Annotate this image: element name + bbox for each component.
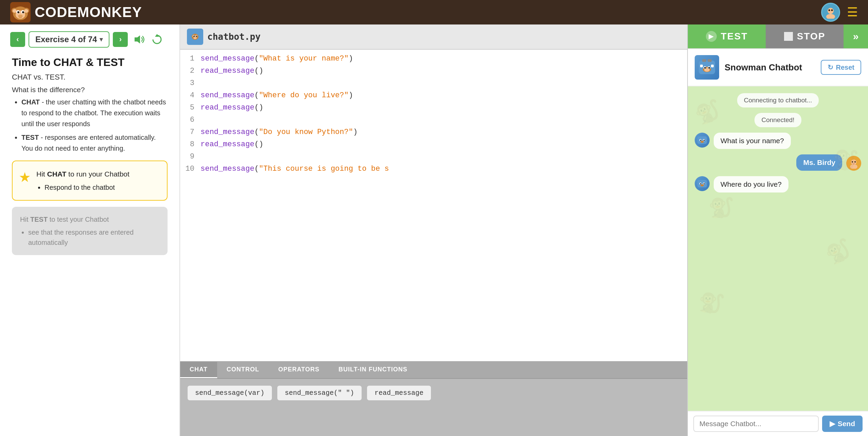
line-code-7: send_message("Do you know Python?") (201, 128, 687, 136)
svg-rect-26 (708, 59, 712, 62)
line-num-6: 6 (180, 116, 201, 124)
tab-builtin[interactable]: BUILT-IN FUNCTIONS (329, 362, 417, 378)
topbar-right: ☰ (821, 3, 858, 22)
list-item-text-1: - the user chatting with the chatbot nee… (21, 98, 166, 128)
main-layout: ‹ Exercise 4 of 74 ▾ › (0, 24, 868, 436)
instructions-list: CHAT - the user chatting with the chatbo… (12, 97, 168, 154)
reset-icon: ↻ (828, 63, 833, 71)
task-list: Respond to the chatbot (36, 182, 129, 192)
system-message-2: Connected! (754, 113, 801, 127)
fast-forward-button[interactable]: » (844, 24, 868, 48)
reset-label: Reset (836, 64, 854, 71)
tab-operators[interactable]: OPERATORS (269, 362, 329, 378)
bot-message-2-row: Where do you live? (695, 176, 861, 192)
send-label: Send (838, 420, 855, 428)
code-area[interactable]: 1 send_message("What is your name?") 2 r… (180, 50, 687, 361)
svg-point-13 (829, 10, 830, 11)
svg-point-11 (828, 8, 834, 14)
toolbar: ▶ TEST STOP » (688, 24, 868, 49)
refresh-button[interactable] (150, 32, 164, 47)
svg-point-10 (18, 15, 23, 17)
code-line-9: 9 (180, 152, 687, 164)
stop-label: STOP (797, 31, 826, 42)
file-name: chatbot.py (207, 32, 261, 42)
bottom-tabs: CHAT CONTROL OPERATORS BUILT-IN FUNCTION… (180, 362, 687, 379)
chat-messages: 🐒 🐒 🐒 🐒 🐒 Connecting to chatbot... Conne… (688, 86, 868, 411)
code-line-7: 7 send_message("Do you know Python?") (180, 127, 687, 139)
editor-header: chatbot.py (180, 24, 687, 50)
bot-bubble-1: What is your name? (714, 133, 791, 149)
svg-point-48 (700, 183, 701, 185)
line-code-2: read_message() (201, 67, 687, 75)
svg-point-49 (704, 183, 705, 185)
svg-point-50 (700, 184, 704, 186)
code-lines: 1 send_message("What is your name?") 2 r… (180, 50, 687, 180)
line-code-8: read_message() (201, 140, 687, 149)
bot-bubble-2: Where do you live? (714, 176, 788, 192)
task-list-item: Respond to the chatbot (45, 182, 129, 192)
tab-chat[interactable]: CHAT (180, 362, 217, 378)
logo-text: CODEMONKEY (35, 4, 142, 20)
snippet-send-message-var[interactable]: send_message(var) (187, 385, 273, 401)
task-box-inactive: Hit TEST to test your Chatbot see that t… (12, 207, 168, 255)
svg-point-4 (24, 9, 28, 13)
play-icon: ▶ (706, 31, 717, 42)
keyword-chat: CHAT (21, 98, 40, 106)
code-line-6: 6 (180, 115, 687, 127)
user-bubble-1: Ms. Birdy (796, 154, 842, 171)
tab-control[interactable]: CONTROL (217, 362, 269, 378)
svg-rect-28 (711, 65, 714, 67)
line-code-1: send_message("What is your name?") (201, 54, 687, 63)
list-item: CHAT - the user chatting with the chatbo… (21, 97, 168, 129)
next-exercise-button[interactable]: › (113, 32, 128, 47)
code-line-3: 3 (180, 78, 687, 90)
svg-rect-27 (700, 65, 703, 67)
line-num-3: 3 (180, 79, 201, 87)
task-inactive-item: see that the responses are entered autom… (28, 227, 160, 248)
line-num-7: 7 (180, 128, 201, 136)
menu-button[interactable]: ☰ (847, 6, 858, 18)
svg-point-14 (831, 10, 833, 11)
line-num-8: 8 (180, 140, 201, 149)
user-avatar-small-1 (846, 156, 861, 171)
task-star-icon: ★ (19, 169, 31, 185)
prev-exercise-button[interactable]: ‹ (10, 32, 25, 47)
svg-rect-25 (702, 59, 706, 62)
code-line-1: 1 send_message("What is your name?") (180, 54, 687, 66)
reset-button[interactable]: ↻ Reset (821, 60, 861, 75)
send-button[interactable]: ▶ Send (822, 416, 863, 432)
line-num-5: 5 (180, 103, 201, 112)
task-intro: Hit CHAT to run your Chatbot (36, 169, 129, 180)
line-num-10: 10 (180, 165, 201, 173)
middle-panel: chatbot.py 1 send_message("What is your … (180, 24, 688, 436)
list-item: TEST - responses are entered automatical… (21, 132, 168, 154)
test-label: TEST (721, 31, 748, 42)
code-line-2: 2 read_message() (180, 66, 687, 78)
topbar: CODEMONKEY ☰ (0, 0, 868, 24)
stop-button[interactable]: STOP (766, 24, 844, 48)
svg-point-21 (193, 36, 195, 37)
exercise-label[interactable]: Exercise 4 of 74 ▾ (29, 31, 109, 48)
chatbot-name: Snowman Chatbot (725, 62, 815, 73)
line-num-9: 9 (180, 152, 201, 161)
task-intro-post: to run your Chatbot (66, 170, 129, 178)
instructions-subtitle: CHAT vs. TEST. (12, 73, 168, 82)
chat-input[interactable] (693, 416, 819, 432)
test-button[interactable]: ▶ TEST (688, 24, 766, 48)
logo-icon (10, 2, 31, 22)
line-code-4: send_message("Where do you live?") (201, 91, 687, 100)
snippet-send-message-str[interactable]: send_message(" ") (277, 385, 362, 401)
instructions-title: Time to CHAT & TEST (12, 56, 168, 69)
snippet-read-message[interactable]: read_message (366, 385, 432, 401)
code-line-10: 10 send_message("This course is going to… (180, 164, 687, 176)
bot-message-1-row: What is your name? (695, 133, 861, 149)
bot-avatar-small-1 (695, 133, 710, 148)
sound-button[interactable] (131, 32, 146, 47)
user-avatar-button[interactable] (821, 3, 840, 22)
svg-point-39 (704, 140, 705, 141)
system-message-1: Connecting to chatbot... (737, 93, 819, 107)
stop-icon (784, 32, 793, 41)
instructions-question: What is the difference? (12, 86, 168, 94)
bot-avatar-small-2 (695, 176, 710, 191)
svg-point-22 (196, 36, 197, 37)
